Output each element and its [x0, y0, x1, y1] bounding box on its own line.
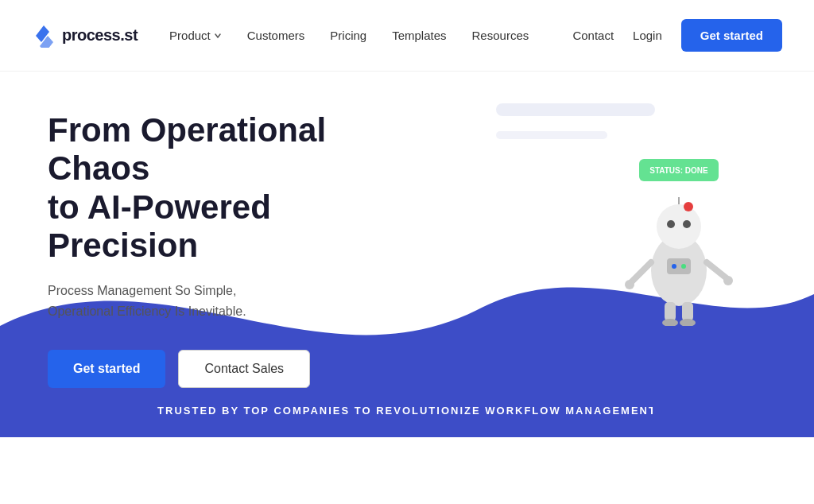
nav-links: Product Customers Pricing Templates Reso…: [169, 29, 572, 42]
svg-line-9: [707, 262, 727, 278]
nav-product[interactable]: Product: [169, 29, 222, 42]
nav-customers[interactable]: Customers: [247, 29, 305, 42]
svg-point-15: [680, 319, 696, 326]
nav-right: Contact Login Get started: [572, 19, 782, 52]
ui-card-bar-2: [496, 131, 607, 139]
svg-point-5: [683, 220, 691, 228]
nav-login[interactable]: Login: [633, 29, 662, 42]
svg-point-6: [684, 202, 693, 211]
trust-bar-text: TRUSTED BY TOP COMPANIES TO REVOLUTIONIZ…: [157, 405, 657, 417]
hero-title: From Operational Chaos to AI-Powered Pre…: [48, 111, 429, 265]
robot-figure: [599, 167, 758, 326]
hero-get-started-button[interactable]: Get started: [48, 350, 165, 388]
svg-point-10: [625, 280, 634, 289]
svg-rect-13: [682, 302, 693, 321]
svg-point-3: [657, 204, 701, 249]
svg-rect-16: [667, 258, 691, 274]
logo-icon: [32, 24, 56, 48]
hero-section: From Operational Chaos to AI-Powered Pre…: [0, 72, 814, 437]
trust-bar: TRUSTED BY TOP COMPANIES TO REVOLUTIONIZ…: [0, 383, 814, 437]
nav-pricing[interactable]: Pricing: [330, 29, 366, 42]
desk-leg-right: [780, 386, 782, 421]
svg-line-8: [631, 262, 651, 282]
nav-contact[interactable]: Contact: [572, 29, 614, 42]
ui-card-bar-1: [496, 103, 655, 116]
hero-content: From Operational Chaos to AI-Powered Pre…: [48, 111, 429, 388]
svg-point-17: [672, 264, 676, 269]
nav-resources[interactable]: Resources: [472, 29, 529, 42]
navbar: process.st Product Customers Pricing Tem…: [0, 0, 814, 72]
robot-illustration-area: STATUS: DONE: [480, 87, 766, 326]
svg-point-4: [667, 220, 675, 228]
logo-link[interactable]: process.st: [32, 24, 138, 48]
hero-buttons: Get started Contact Sales: [48, 350, 429, 388]
desk-surface: [615, 387, 790, 390]
svg-point-11: [723, 276, 733, 285]
svg-point-18: [681, 264, 686, 269]
chevron-down-icon: [214, 32, 222, 40]
svg-point-14: [662, 319, 678, 326]
brand-name: process.st: [62, 26, 138, 45]
nav-get-started-button[interactable]: Get started: [681, 19, 782, 52]
desk-leg-left: [653, 386, 655, 421]
svg-rect-12: [665, 302, 676, 321]
hero-subtitle: Process Management So Simple, Operationa…: [48, 281, 429, 321]
hero-contact-sales-button[interactable]: Contact Sales: [178, 350, 310, 388]
nav-templates[interactable]: Templates: [392, 29, 446, 42]
